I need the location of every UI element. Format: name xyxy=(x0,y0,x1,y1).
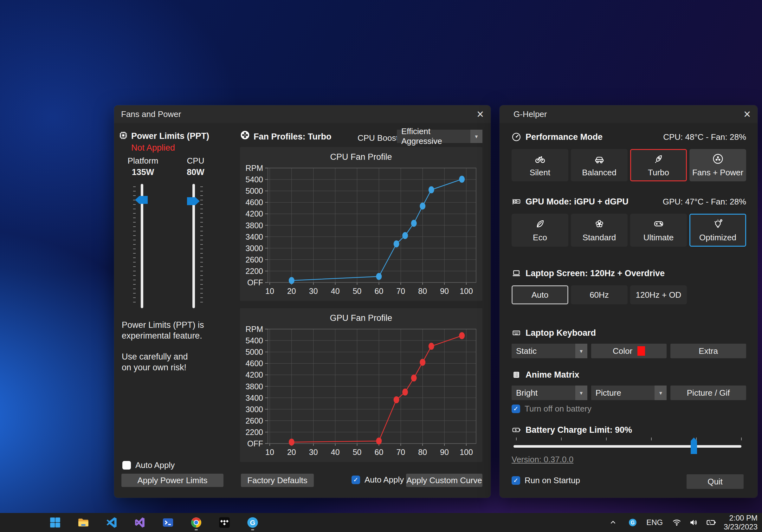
screen-60hz-button[interactable]: 60Hz xyxy=(571,285,628,304)
version-link[interactable]: Version: 0.37.0.0 xyxy=(511,455,746,465)
svg-text:5000: 5000 xyxy=(245,187,263,195)
keyboard-extra-button[interactable]: Extra xyxy=(670,344,746,358)
gamepad-icon xyxy=(653,218,664,230)
svg-text:RPM: RPM xyxy=(245,164,263,173)
curve-auto-apply-label: Auto Apply xyxy=(364,475,404,485)
ghelper-titlebar[interactable]: G-Helper × xyxy=(499,105,758,123)
bicycle-icon xyxy=(534,153,546,165)
ghelper-title: G-Helper xyxy=(513,105,547,123)
gpu-fan-profile-chart[interactable]: 102030405060708090100OFF2200260030003400… xyxy=(240,308,483,462)
quit-button[interactable]: Quit xyxy=(687,474,744,489)
gpu-mode-ultimate[interactable]: Ultimate xyxy=(630,214,687,247)
laptop-keyboard-header: Laptop Keyboard xyxy=(526,328,596,338)
anime-picture-gif-button[interactable]: Picture / Gif xyxy=(670,386,746,400)
battery-slider-track[interactable] xyxy=(513,445,741,448)
platform-slider-thumb[interactable] xyxy=(135,196,148,204)
svg-text:3000: 3000 xyxy=(245,244,263,253)
fans-window-title: Fans and Power xyxy=(121,105,181,123)
run-on-startup-checkbox[interactable] xyxy=(511,476,520,485)
language-indicator[interactable]: ENG xyxy=(646,518,663,527)
tray-chevron-up-icon[interactable] xyxy=(609,518,617,527)
battery-tray-icon[interactable] xyxy=(706,517,717,528)
svg-text:G: G xyxy=(250,519,255,527)
laptop-icon xyxy=(511,268,521,278)
anime-brightness-dropdown[interactable]: Bright ▼ xyxy=(511,386,587,400)
screen-auto-button[interactable]: Auto xyxy=(511,285,568,304)
running-indicator xyxy=(194,529,198,530)
svg-text:OFF: OFF xyxy=(247,439,263,448)
rocket-icon xyxy=(653,153,664,165)
volume-icon[interactable] xyxy=(689,517,699,528)
chevron-down-icon[interactable]: ▼ xyxy=(654,386,667,400)
battery-limit-header: Battery Charge Limit: 90% xyxy=(526,425,632,435)
perf-mode-turbo[interactable]: Turbo xyxy=(630,149,687,181)
ghelper-icon: G xyxy=(246,516,259,529)
flower-icon xyxy=(594,218,605,230)
cpu-boost-dropdown[interactable]: Efficient Aggressive ▼ xyxy=(397,130,483,143)
apply-custom-curve-button[interactable]: Apply Custom Curve xyxy=(406,474,483,487)
visual-studio-button[interactable] xyxy=(133,514,147,531)
svg-text:2200: 2200 xyxy=(245,266,263,275)
platform-limit-label: Platform 135W xyxy=(120,156,166,177)
svg-text:4600: 4600 xyxy=(245,198,263,207)
anime-battery-label: Turn off on battery xyxy=(525,404,591,414)
svg-text:3800: 3800 xyxy=(245,382,263,391)
fans-window-titlebar[interactable]: Fans and Power × xyxy=(114,105,491,123)
gpu-mode-optimized[interactable]: Optimized xyxy=(689,214,746,247)
svg-text:70: 70 xyxy=(396,287,405,295)
svg-text:70: 70 xyxy=(396,448,405,457)
factory-defaults-button[interactable]: Factory Defaults xyxy=(241,474,314,487)
speedometer-icon xyxy=(511,132,521,142)
vscode-button[interactable] xyxy=(105,514,118,531)
battery-charge-icon xyxy=(511,425,521,435)
keyboard-mode-value: Static xyxy=(511,344,575,358)
svg-text:30: 30 xyxy=(309,287,318,295)
gpu-mode-eco[interactable]: Eco xyxy=(511,214,568,247)
chevron-down-icon[interactable]: ▼ xyxy=(575,344,587,358)
chrome-button[interactable] xyxy=(189,514,203,531)
anime-mode-dropdown[interactable]: Picture ▼ xyxy=(591,386,667,400)
keyboard-icon xyxy=(511,328,521,338)
anime-matrix-icon xyxy=(511,370,521,379)
file-explorer-button[interactable] xyxy=(76,514,90,531)
cpu-slider-thumb[interactable] xyxy=(187,197,200,205)
power-limits-auto-apply-checkbox[interactable] xyxy=(122,461,131,470)
curve-auto-apply-checkbox[interactable] xyxy=(351,476,360,484)
visual-studio-icon xyxy=(133,516,146,529)
perf-mode-balanced[interactable]: Balanced xyxy=(571,149,628,181)
laptop-screen-header: Laptop Screen: 120Hz + Overdrive xyxy=(526,268,665,278)
svg-text:80: 80 xyxy=(418,287,427,295)
ghelper-window: G-Helper × Performance Mode CPU: 48°C - … xyxy=(499,105,758,498)
svg-text:40: 40 xyxy=(331,287,340,295)
cpu-fan-profile-chart[interactable]: 102030405060708090100OFF2200260030003400… xyxy=(240,147,483,301)
start-button[interactable] xyxy=(48,514,62,531)
svg-text:GPU Fan Profile: GPU Fan Profile xyxy=(330,313,392,323)
power-limits-warning: Power Limits (PPT) is experimental featu… xyxy=(122,320,229,373)
cpu-limit-label: CPU 80W xyxy=(173,156,218,177)
chevron-down-icon[interactable]: ▼ xyxy=(470,130,483,143)
tray-ghelper-icon[interactable]: G xyxy=(628,518,638,527)
tidal-icon xyxy=(218,516,231,529)
gpu-mode-standard[interactable]: Standard xyxy=(571,214,628,247)
perf-mode-fans-power[interactable]: Fans + Power xyxy=(689,149,746,181)
terminal-button[interactable] xyxy=(161,514,175,531)
close-icon[interactable]: × xyxy=(473,107,488,121)
svg-text:RPM: RPM xyxy=(245,325,263,334)
taskbar-clock[interactable]: 2:00 PM 3/23/2023 xyxy=(724,514,758,531)
tidal-button[interactable] xyxy=(217,514,231,531)
file-explorer-icon xyxy=(77,516,90,529)
anime-battery-checkbox[interactable] xyxy=(511,405,520,413)
wifi-icon[interactable] xyxy=(672,517,682,528)
apply-power-limits-button[interactable]: Apply Power Limits xyxy=(121,474,223,487)
battery-slider-thumb[interactable] xyxy=(691,437,697,454)
svg-text:5400: 5400 xyxy=(245,336,263,345)
chevron-down-icon[interactable]: ▼ xyxy=(575,386,587,400)
keyboard-color-button[interactable]: Color xyxy=(591,344,667,358)
cpu-boost-label: CPU Boost xyxy=(357,133,399,143)
svg-text:G: G xyxy=(631,520,635,525)
screen-120hz-od-button[interactable]: 120Hz + OD xyxy=(630,285,687,304)
ghelper-taskbar-button[interactable]: G xyxy=(246,514,260,531)
keyboard-mode-dropdown[interactable]: Static ▼ xyxy=(511,344,587,358)
perf-mode-silent[interactable]: Silent xyxy=(511,149,568,181)
close-icon[interactable]: × xyxy=(740,107,754,121)
